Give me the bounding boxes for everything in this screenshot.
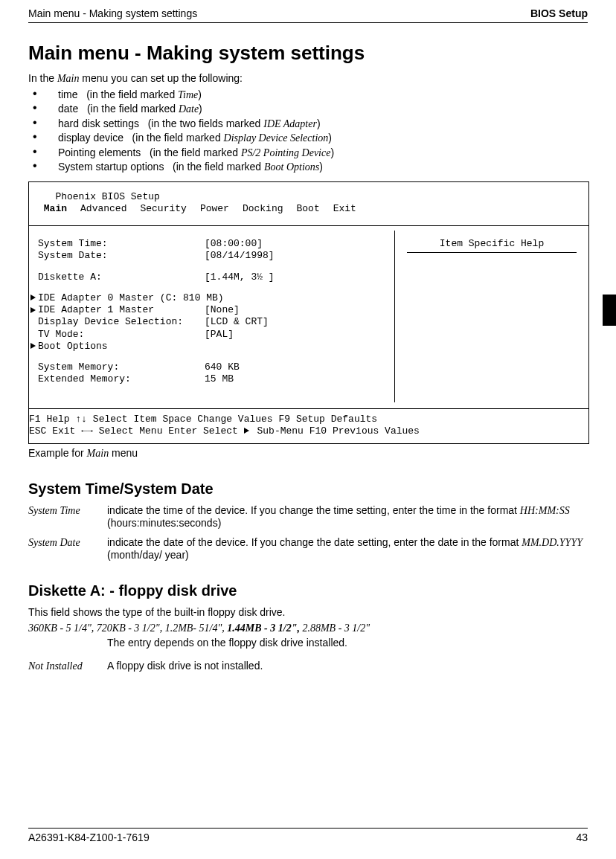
bios-title: Phoenix BIOS Setup [29, 187, 588, 203]
display-device-selection-row[interactable]: Display Device Selection: [LCD & CRT] [38, 316, 385, 328]
bios-screen: Phoenix BIOS Setup MainAdvancedSecurityP… [28, 181, 589, 445]
system-date-row[interactable]: System Date: [08/14/1998] [38, 250, 385, 262]
submenu-arrow-icon [31, 343, 36, 349]
bios-footer: F1 Help ↑↓ Select Item Space Change Valu… [29, 408, 588, 444]
heading-diskette-a: Diskette A: - floppy disk drive [28, 582, 588, 600]
bios-footer-line1: F1 Help ↑↓ Select Item Space Change Valu… [29, 414, 588, 425]
bios-body: System Time: [08:00:00] System Date: [08… [29, 225, 588, 408]
extended-memory-row: Extended Memory: 15 MB [38, 373, 385, 385]
page-footer: A26391-K84-Z100-1-7619 43 [28, 828, 588, 852]
bios-tab-docking[interactable]: Docking [243, 203, 283, 214]
bios-menu-bar: MainAdvancedSecurityPowerDockingBootExit [29, 203, 588, 219]
list-item: Pointing elements (in the field marked P… [28, 147, 588, 160]
bios-caption: Example for Main menu [28, 447, 588, 460]
boot-options-row[interactable]: Boot Options [31, 341, 385, 353]
bios-tab-security[interactable]: Security [140, 203, 186, 214]
def-not-installed: Not Installed A floppy disk drive is not… [28, 660, 588, 673]
intro-paragraph: In the Main menu you can set up the foll… [28, 72, 588, 86]
bios-footer-line2: ESC Exit ←→ Select Menu Enter Select Sub… [29, 425, 588, 437]
header-right: BIOS Setup [530, 7, 588, 21]
ide-adapter-1-row[interactable]: IDE Adapter 1 Master [None] [31, 304, 385, 316]
diskette-options: 360KB - 5 1/4", 720KB - 3 1/2", 1.2MB- 5… [28, 622, 588, 635]
bios-tab-main[interactable]: Main [44, 203, 67, 214]
list-item: time (in the field marked Time) [28, 89, 588, 102]
diskette-a-row[interactable]: Diskette A: [1.44M, 3½ ] [38, 271, 385, 283]
help-title: Item Specific Help [404, 238, 580, 250]
page-header: Main menu - Making system settings BIOS … [28, 7, 588, 22]
def-system-time: System Time indicate the time of the dev… [28, 504, 588, 530]
system-memory-row: System Memory: 640 KB [38, 361, 385, 373]
bios-tab-advanced[interactable]: Advanced [80, 203, 126, 214]
bios-help-pane: Item Specific Help [395, 231, 588, 402]
tv-mode-row[interactable]: TV Mode: [PAL] [38, 329, 385, 341]
diskette-intro: This field shows the type of the built-i… [28, 606, 588, 620]
system-time-row[interactable]: System Time: [08:00:00] [38, 238, 385, 250]
bullet-list: time (in the field marked Time) date (in… [28, 89, 588, 174]
bios-tab-exit[interactable]: Exit [333, 203, 356, 214]
bios-tab-power[interactable]: Power [200, 203, 229, 214]
thumb-tab [603, 295, 616, 326]
list-item: date (in the field marked Date) [28, 103, 588, 116]
def-system-date: System Date indicate the date of the dev… [28, 536, 588, 562]
footer-docnum: A26391-K84-Z100-1-7619 [28, 831, 150, 845]
diskette-option-desc: The entry depends on the floppy disk dri… [107, 637, 588, 650]
list-item: display device (in the field marked Disp… [28, 132, 588, 145]
submenu-arrow-icon [31, 295, 36, 300]
help-rule [407, 252, 577, 253]
list-item: System startup options (in the field mar… [28, 161, 588, 174]
heading-system-time-date: System Time/System Date [28, 480, 588, 498]
header-left: Main menu - Making system settings [28, 7, 197, 21]
list-item: hard disk settings (in the two fields ma… [28, 118, 588, 131]
bios-left-pane: System Time: [08:00:00] System Date: [08… [29, 231, 395, 402]
submenu-arrow-icon [244, 428, 249, 434]
ide-adapter-0-row[interactable]: IDE Adapter 0 Master (C: 810 MB) [31, 292, 385, 304]
footer-pagenum: 43 [576, 831, 588, 845]
submenu-arrow-icon [31, 307, 36, 313]
bios-tab-boot[interactable]: Boot [297, 203, 320, 214]
page-title: Main menu - Making system settings [28, 41, 588, 65]
header-rule [28, 22, 588, 23]
bios-header-section: Phoenix BIOS Setup MainAdvancedSecurityP… [29, 182, 588, 226]
